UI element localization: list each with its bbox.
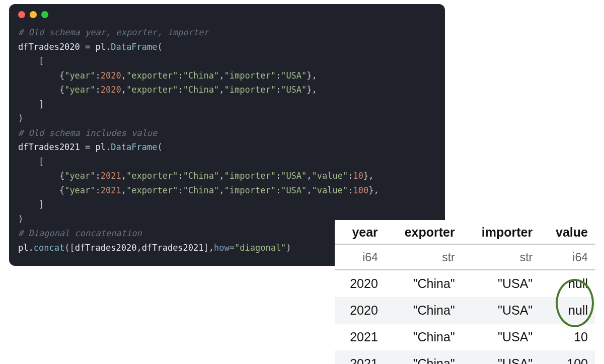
col-header: exporter	[385, 220, 462, 244]
dtype-cell: i64	[540, 244, 595, 270]
close-icon[interactable]	[18, 11, 25, 18]
cell: "China"	[385, 324, 462, 350]
cell: 10	[540, 324, 595, 350]
cell: "China"	[385, 270, 462, 297]
code-comment: # Old schema year, exporter, importer	[18, 27, 209, 37]
cell: "China"	[385, 350, 462, 364]
table-row: 2021 "China" "USA" 100	[335, 350, 595, 364]
col-header: value	[540, 220, 595, 244]
table-row: 2021 "China" "USA" 10	[335, 324, 595, 350]
cell: 2021	[335, 324, 385, 350]
cell: 100	[540, 350, 595, 364]
output-table: year exporter importer value i64 str str…	[335, 220, 595, 364]
cell: "USA"	[462, 350, 540, 364]
dtype-cell: str	[462, 244, 540, 270]
dataframe-table: year exporter importer value i64 str str…	[335, 220, 595, 364]
code-comment: # Diagonal concatenation	[18, 228, 142, 238]
cell: 2021	[335, 350, 385, 364]
cell: "USA"	[462, 324, 540, 350]
code-comment: # Old schema includes value	[18, 128, 157, 138]
table-header-row: year exporter importer value	[335, 220, 595, 244]
cell: null	[540, 297, 595, 324]
dtype-row: i64 str str i64	[335, 244, 595, 270]
cell: "USA"	[462, 270, 540, 297]
col-header: year	[335, 220, 385, 244]
table-row: 2020 "China" "USA" null	[335, 297, 595, 324]
code-ident: dfTrades2020	[18, 42, 80, 52]
col-header: importer	[462, 220, 540, 244]
cell: "USA"	[462, 297, 540, 324]
maximize-icon[interactable]	[41, 11, 48, 18]
dtype-cell: str	[385, 244, 462, 270]
cell: 2020	[335, 270, 385, 297]
window-titlebar	[18, 11, 436, 18]
cell: "China"	[385, 297, 462, 324]
cell: null	[540, 270, 595, 297]
cell: 2020	[335, 297, 385, 324]
table-row: 2020 "China" "USA" null	[335, 270, 595, 297]
dtype-cell: i64	[335, 244, 385, 270]
minimize-icon[interactable]	[30, 11, 37, 18]
